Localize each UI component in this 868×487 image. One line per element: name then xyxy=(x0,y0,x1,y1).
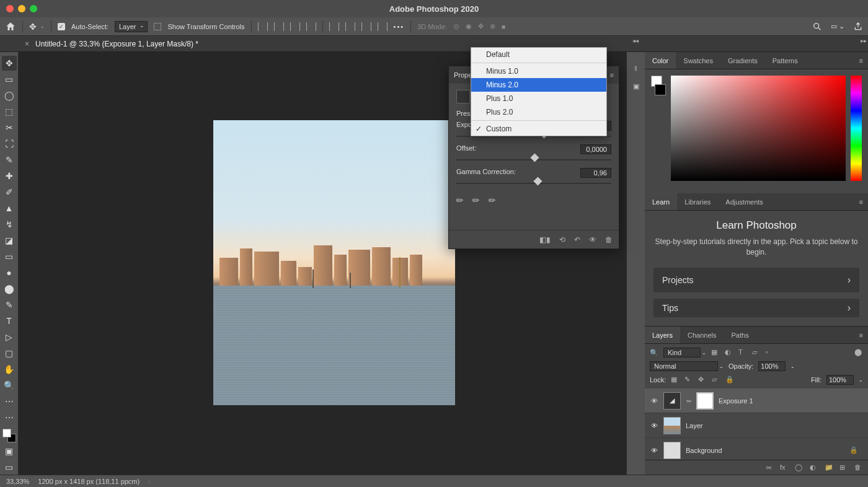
collapse-panel-icon[interactable]: ▸▸ xyxy=(861,37,867,44)
workspace-switcher-icon[interactable]: ▭ ⌄ xyxy=(831,22,844,30)
more-tools[interactable]: ⋯ xyxy=(2,394,17,409)
filter-pixel-icon[interactable]: ▦ xyxy=(711,348,720,357)
healing-tool[interactable]: ✚ xyxy=(2,169,17,183)
dropdown-item[interactable]: Default xyxy=(471,48,606,61)
tab-paths[interactable]: Paths xyxy=(724,327,756,343)
align-center-icon[interactable] xyxy=(274,22,284,31)
move-tool[interactable]: ✥ xyxy=(2,56,17,71)
document-dimensions[interactable]: 1200 px x 1418 px (118,11 ppcm) xyxy=(38,478,140,485)
foreground-color[interactable] xyxy=(2,429,11,437)
panel-menu-icon[interactable]: ≡ xyxy=(859,198,868,206)
panel-menu-icon[interactable]: ≡ xyxy=(610,71,619,79)
collapse-panel-icon[interactable]: ◂◂ xyxy=(632,37,639,44)
slider-thumb[interactable] xyxy=(530,153,539,162)
align-top-icon[interactable] xyxy=(306,22,316,31)
lock-image-icon[interactable]: ✎ xyxy=(684,375,693,384)
visibility-toggle-icon[interactable]: 👁 xyxy=(650,397,658,405)
opacity-input[interactable]: 100% xyxy=(758,361,786,371)
dropdown-item[interactable]: Custom xyxy=(471,122,606,136)
tab-channels[interactable]: Channels xyxy=(680,327,724,343)
slider-track[interactable] xyxy=(456,179,611,188)
layer-row-background[interactable]: 👁 Background 🔒 xyxy=(645,438,868,460)
color-picker-field[interactable] xyxy=(671,76,846,181)
frame-tool[interactable]: ⛶ xyxy=(2,136,17,151)
filter-smart-icon[interactable]: ▫ xyxy=(766,348,774,357)
layer-name[interactable]: Exposure 1 xyxy=(719,397,753,405)
tab-gradients[interactable]: Gradients xyxy=(720,52,765,69)
path-tool[interactable]: ▷ xyxy=(2,330,17,344)
panel-menu-icon[interactable]: ≡ xyxy=(859,57,868,64)
slider-value[interactable]: 0,0000 xyxy=(580,144,611,154)
layer-row-exposure[interactable]: 👁 ◢ ⫘ Exposure 1 xyxy=(645,388,868,413)
filter-toggle-icon[interactable]: ⬤ xyxy=(854,348,863,357)
lock-artboard-icon[interactable]: ▱ xyxy=(712,375,720,384)
panel-menu-icon[interactable]: ≡ xyxy=(859,331,868,339)
brush-tool[interactable]: ✐ xyxy=(2,185,17,200)
delete-icon[interactable]: 🗑 xyxy=(605,235,613,244)
zoom-level[interactable]: 33,33% xyxy=(6,478,29,485)
dropdown-item[interactable]: Plus 2.0 xyxy=(471,105,606,119)
slider-thumb[interactable] xyxy=(533,177,542,185)
delete-icon[interactable]: 🗑 xyxy=(854,463,863,472)
home-icon[interactable] xyxy=(5,21,16,32)
clone-tool[interactable]: ▲ xyxy=(2,201,17,216)
type-tool[interactable]: T xyxy=(2,314,17,328)
quick-mask-tool[interactable]: ▣ xyxy=(2,444,17,458)
crop-tool[interactable]: ✂ xyxy=(2,120,17,135)
clip-icon[interactable]: ◧▮ xyxy=(539,235,551,244)
learn-card-projects[interactable]: Projects › xyxy=(653,268,859,292)
fx-icon[interactable]: fx xyxy=(780,463,789,472)
layer-name[interactable]: Background xyxy=(686,447,722,454)
hand-tool[interactable]: ✋ xyxy=(2,362,17,377)
layer-select-dropdown[interactable]: Layer xyxy=(115,21,148,32)
distribute-icon[interactable] xyxy=(329,22,339,31)
tab-patterns[interactable]: Patterns xyxy=(765,52,805,69)
learn-card-tips[interactable]: Tips › xyxy=(653,299,859,317)
lock-transparency-icon[interactable]: ▦ xyxy=(671,375,680,384)
link-icon[interactable]: ⫘ xyxy=(686,398,691,404)
filter-kind-select[interactable]: Kind xyxy=(663,348,701,358)
align-right-icon[interactable] xyxy=(290,22,300,31)
slider-value[interactable]: 0,96 xyxy=(580,168,611,178)
close-tab-icon[interactable]: × xyxy=(25,40,29,48)
previous-state-icon[interactable]: ⟲ xyxy=(559,235,565,244)
eyedropper-black-icon[interactable]: ✎ xyxy=(454,194,466,206)
distribute-icon[interactable] xyxy=(378,22,388,31)
move-tool-icon[interactable]: ✥ xyxy=(29,22,37,32)
history-panel-icon[interactable]: ⫴ xyxy=(634,64,637,72)
history-brush-tool[interactable]: ↯ xyxy=(2,217,17,232)
visibility-toggle-icon[interactable]: 👁 xyxy=(650,447,658,454)
auto-select-checkbox[interactable]: ✓ xyxy=(58,23,65,30)
shape-tool[interactable]: ▢ xyxy=(2,346,17,361)
maximize-window-button[interactable] xyxy=(30,5,37,12)
close-window-button[interactable] xyxy=(6,5,14,12)
layer-name[interactable]: Layer xyxy=(686,422,703,429)
dropdown-item[interactable]: Minus 2.0 xyxy=(471,78,606,92)
chevron-down-icon[interactable]: ⌄ xyxy=(40,24,45,29)
marquee-tool[interactable]: ▭ xyxy=(2,72,17,87)
document-canvas[interactable] xyxy=(213,120,455,405)
gradient-tool[interactable]: ▭ xyxy=(2,249,17,264)
minimize-window-button[interactable] xyxy=(18,5,25,12)
dodge-tool[interactable]: ⬤ xyxy=(2,281,17,296)
distribute-icon[interactable] xyxy=(361,22,371,31)
slider-track[interactable] xyxy=(456,156,611,164)
layer-row-image[interactable]: 👁 Layer xyxy=(645,413,868,438)
visibility-toggle-icon[interactable]: 👁 xyxy=(650,422,658,429)
share-icon[interactable] xyxy=(853,22,863,32)
eyedropper-white-icon[interactable]: ✎ xyxy=(486,194,498,206)
actions-panel-icon[interactable]: ▣ xyxy=(633,82,639,90)
dropdown-item[interactable]: Plus 1.0 xyxy=(471,92,606,105)
visibility-icon[interactable]: 👁 xyxy=(589,235,596,244)
dropdown-item[interactable]: Minus 1.0 xyxy=(471,64,606,78)
lasso-tool[interactable]: ◯ xyxy=(2,88,17,103)
more-options-icon[interactable]: ••• xyxy=(394,23,405,30)
eyedropper-tool[interactable]: ✎ xyxy=(2,152,17,167)
group-icon[interactable]: 📁 xyxy=(825,463,833,472)
eyedropper-gray-icon[interactable]: ✎ xyxy=(470,194,482,206)
filter-shape-icon[interactable]: ▱ xyxy=(752,348,761,357)
show-transform-checkbox[interactable] xyxy=(154,23,161,30)
edit-toolbar[interactable]: ⋯ xyxy=(2,410,17,425)
reset-icon[interactable]: ↶ xyxy=(574,235,580,244)
filter-type-icon[interactable]: T xyxy=(738,348,747,357)
